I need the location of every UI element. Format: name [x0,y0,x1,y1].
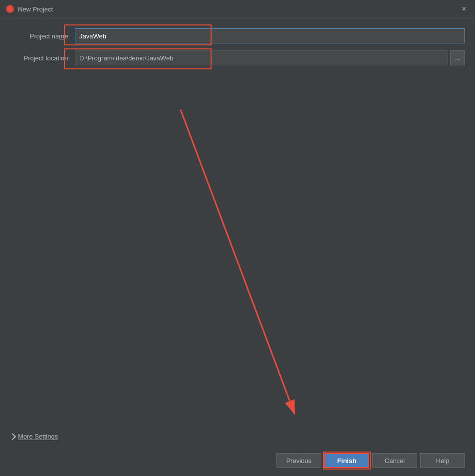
chevron-right-icon [9,433,16,440]
project-location-label: Project location: [10,54,75,62]
project-name-row: Project name: [10,28,465,43]
cancel-button[interactable]: Cancel [372,453,417,468]
app-icon [6,5,14,13]
main-area [10,72,465,430]
close-button[interactable]: × [459,4,469,14]
more-settings-label: More Settings [18,433,58,440]
previous-button[interactable]: Previous [276,453,321,468]
project-location-row: Project location: ... [10,50,465,65]
project-location-input[interactable] [75,50,448,65]
title-bar-left: New Project [6,5,53,13]
dialog-footer: Previous Finish Cancel Help [0,448,475,476]
browse-button[interactable]: ... [450,50,465,65]
project-name-input[interactable] [75,28,465,43]
project-name-label: Project name: [10,32,75,40]
new-project-dialog: New Project × Project name: Project l [0,0,475,476]
title-bar: New Project × [0,0,475,18]
dialog-title: New Project [18,5,53,13]
finish-button-wrapper: Finish [324,453,369,468]
dialog-content: Project name: Project location: ... More… [0,18,475,448]
more-settings-row[interactable]: More Settings [10,430,465,443]
finish-button[interactable]: Finish [324,453,369,468]
project-location-wrapper: ... [75,50,465,65]
help-button[interactable]: Help [420,453,465,468]
